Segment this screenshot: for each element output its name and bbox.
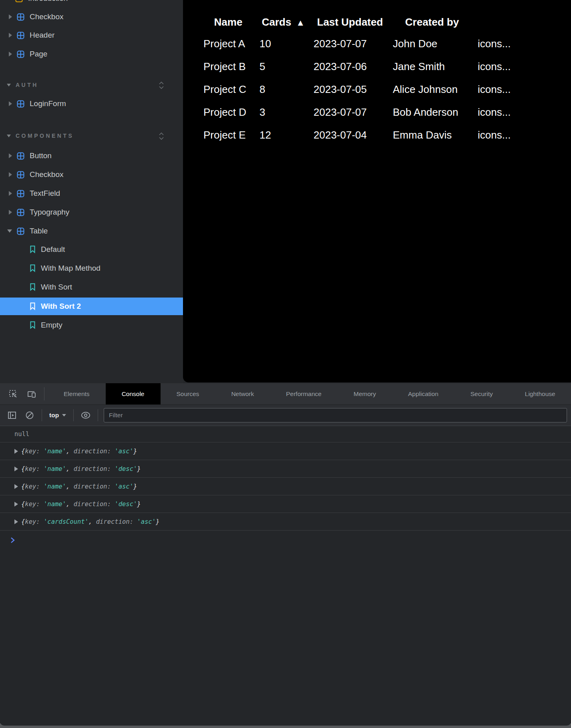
tab-sources[interactable]: Sources (161, 383, 215, 404)
cell-updated: 2023-07-04 (310, 124, 390, 147)
section-label: AUTH (16, 82, 38, 88)
console-prompt[interactable] (0, 530, 571, 549)
component-icon (17, 32, 24, 39)
chevron-right-icon[interactable] (9, 52, 12, 56)
chevron-right-icon[interactable] (9, 191, 12, 196)
tab-network[interactable]: Network (215, 383, 270, 404)
expand-arrow-icon[interactable] (14, 467, 18, 471)
console-filter-input[interactable] (104, 408, 567, 422)
doc-icon (15, 0, 23, 2)
expand-arrow-icon[interactable] (14, 519, 18, 524)
cell-actions[interactable]: icons... (474, 78, 541, 101)
direction-label: direction: (74, 501, 115, 508)
section-label: COMPONENTS (16, 133, 74, 139)
tab-security[interactable]: Security (454, 383, 509, 404)
inspect-element-button[interactable] (4, 383, 22, 404)
comma: , (66, 448, 74, 455)
expand-arrow-icon[interactable] (14, 449, 18, 454)
tab-performance[interactable]: Performance (270, 383, 338, 404)
chevron-right-icon[interactable] (9, 101, 12, 106)
chevron-right-icon[interactable] (9, 33, 12, 38)
sidebar-item-checkbox[interactable]: Checkbox (0, 8, 183, 26)
chevron-down-icon[interactable] (7, 84, 11, 86)
table-row: Project E 12 2023-07-04 Emma Davis icons… (200, 124, 541, 147)
chevron-right-icon[interactable] (9, 210, 12, 215)
sidebar-item-table[interactable]: Table (0, 222, 183, 240)
sidebar-item-label: Checkbox (30, 12, 64, 21)
direction-value: 'asc' (115, 448, 133, 455)
expand-arrow-icon[interactable] (14, 502, 18, 507)
bookmark-icon (30, 302, 36, 310)
chevron-right-icon[interactable] (9, 172, 12, 177)
bookmark-icon (30, 245, 36, 253)
cell-actions[interactable]: icons... (474, 55, 541, 78)
expand-arrow-icon[interactable] (14, 484, 18, 489)
sidebar-section-components[interactable]: COMPONENTS (0, 127, 183, 145)
context-selector[interactable]: top (49, 412, 66, 419)
sidebar-section-auth[interactable]: AUTH (0, 76, 183, 94)
bookmark-icon (30, 283, 36, 291)
cell-cards: 12 (256, 124, 310, 147)
column-header-created-by[interactable]: Created by (390, 12, 474, 32)
console-sidebar-toggle-button[interactable] (3, 410, 21, 420)
component-icon (17, 13, 24, 21)
clear-console-button[interactable] (21, 410, 38, 420)
brace: { (21, 483, 25, 490)
key-label: key: (25, 501, 44, 508)
expand-collapse-icon[interactable] (158, 81, 165, 90)
bookmark-icon (30, 321, 36, 329)
chevron-down-icon (62, 414, 66, 416)
cell-actions[interactable]: icons... (474, 124, 541, 147)
cell-name: Project B (200, 55, 256, 78)
table-header-row: Name Cards▲ Last Updated Created by (200, 12, 541, 32)
devtools-panel: Elements Console Sources Network Perform… (0, 383, 571, 726)
direction-label: direction: (74, 465, 115, 473)
chevron-right-icon[interactable] (9, 14, 12, 19)
live-expression-button[interactable] (77, 410, 94, 420)
sidebar-item-typography[interactable]: Typography (0, 203, 183, 221)
sidebar-item-page[interactable]: Page (0, 45, 183, 63)
column-header-last-updated[interactable]: Last Updated (310, 12, 390, 32)
cell-name: Project C (200, 78, 256, 101)
tab-memory[interactable]: Memory (338, 383, 392, 404)
expand-collapse-icon[interactable] (158, 132, 165, 141)
sidebar-story-default[interactable]: Default (0, 241, 183, 258)
chevron-down-icon[interactable] (7, 229, 12, 233)
cell-creator: John Doe (390, 32, 474, 55)
device-toolbar-button[interactable] (22, 383, 41, 404)
sidebar-story-with-sort-2-selected[interactable]: With Sort 2 (0, 298, 183, 315)
sidebar-item-button[interactable]: Button (0, 147, 183, 165)
sidebar-item-introduction[interactable]: Introduction (0, 0, 183, 7)
sidebar-story-empty[interactable]: Empty (0, 316, 183, 334)
eye-icon (80, 410, 91, 420)
sidebar-story-with-map-method[interactable]: With Map Method (0, 259, 183, 277)
story-label: Empty (41, 321, 62, 330)
cell-actions[interactable]: icons... (474, 101, 541, 124)
chevron-right-icon[interactable] (9, 153, 12, 158)
console-message-object: {key: 'cardsCount', direction: 'asc'} (0, 513, 571, 530)
tab-elements[interactable]: Elements (48, 383, 106, 404)
cell-actions[interactable]: icons... (474, 32, 541, 55)
sidebar-story-with-sort[interactable]: With Sort (0, 278, 183, 296)
column-header-cards[interactable]: Cards▲ (256, 12, 310, 32)
sidebar-toggle-icon (7, 410, 17, 420)
console-toolbar: top (0, 405, 571, 426)
column-header-name[interactable]: Name (200, 12, 256, 32)
sidebar-item-textfield[interactable]: TextField (0, 185, 183, 202)
sidebar-item-loginform[interactable]: LoginForm (0, 95, 183, 113)
tab-lighthouse[interactable]: Lighthouse (509, 383, 571, 404)
tab-console[interactable]: Console (106, 383, 161, 404)
storybook-sidebar: Introduction Checkbox Header Page AUTH L… (0, 0, 183, 383)
sidebar-item-header[interactable]: Header (0, 26, 183, 44)
cell-creator: Bob Anderson (390, 101, 474, 124)
device-toolbar-icon (26, 389, 37, 399)
chevron-down-icon[interactable] (7, 135, 11, 137)
sidebar-item-checkbox-2[interactable]: Checkbox (0, 166, 183, 183)
inspect-icon (8, 389, 18, 399)
table-row: Project C 8 2023-07-05 Alice Johnson ico… (200, 78, 541, 101)
cell-name: Project E (200, 124, 256, 147)
sidebar-item-label: Checkbox (30, 170, 64, 179)
console-message-object: {key: 'name', direction: 'desc'} (0, 495, 571, 513)
cell-creator: Jane Smith (390, 55, 474, 78)
tab-application[interactable]: Application (392, 383, 454, 404)
